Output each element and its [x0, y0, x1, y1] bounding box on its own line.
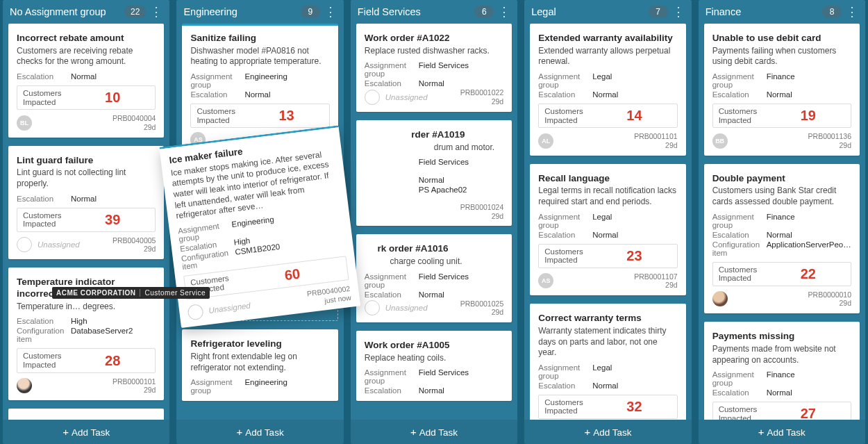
add-task-button[interactable]: +Add Task — [699, 420, 865, 444]
column-menu-icon[interactable]: ⋮ — [324, 7, 337, 17]
impact-value: 32 — [599, 399, 669, 415]
card-title: Unable to use debit card — [712, 33, 851, 44]
column-count-badge: 9 — [301, 6, 320, 18]
avatar[interactable]: AS — [190, 132, 206, 147]
task-card[interactable]: Unable to use debit card Payments failin… — [704, 24, 860, 156]
field-value: Normal — [767, 90, 792, 99]
column-header: Engineering 9 ⋮ — [176, 0, 343, 24]
task-card[interactable]: Extended warranty availability Extended … — [530, 24, 685, 156]
avatar[interactable]: AL — [538, 133, 553, 149]
column-count-badge: 6 — [474, 6, 494, 18]
impact-value: 28 — [77, 353, 148, 369]
field-value: PS Apache02 — [419, 186, 467, 202]
avatar[interactable] — [712, 291, 728, 306]
task-card[interactable]: Double payment Customers using Bank Star… — [704, 164, 860, 314]
field-value: Normal — [71, 72, 97, 81]
plus-icon: + — [410, 426, 417, 438]
card-desc: Payments made from website not appearing… — [712, 344, 851, 365]
field-value: Field Services — [419, 368, 469, 385]
brand-tooltip: ACME CORPORATION Customer Service — [52, 287, 210, 299]
avatar-unassigned[interactable] — [365, 300, 380, 315]
field-label: Escalation — [712, 90, 767, 99]
impact-box: Customers Impacted 22 — [712, 262, 851, 286]
field-label: Assignment group — [365, 272, 419, 289]
impact-label: Customers Impacted — [719, 107, 773, 124]
task-card[interactable]: Wheels tearing flooring — [8, 409, 164, 420]
impact-label: Customers Impacted — [23, 352, 77, 369]
card-title: Extended warranty availability — [538, 33, 677, 44]
column-title: Engineering — [183, 6, 296, 17]
field-value: Legal — [592, 72, 612, 89]
plus-icon: + — [758, 426, 765, 438]
column-menu-icon[interactable]: ⋮ — [846, 7, 858, 17]
card-desc: drum and motor. — [365, 142, 503, 154]
avatar[interactable] — [17, 378, 32, 393]
column-menu-icon[interactable]: ⋮ — [498, 7, 510, 17]
column-header: No Assignment group 22 ⋮ — [3, 0, 169, 24]
field-label: Configuration item — [17, 327, 71, 343]
add-task-button[interactable]: +Add Task — [176, 420, 343, 444]
avatar[interactable]: BL — [17, 115, 32, 131]
field-label: Assignment group — [538, 213, 592, 229]
field-label: Escalation — [538, 231, 592, 239]
card-meta: PRB004000429d — [112, 114, 156, 131]
impact-label: Customers Impacted — [544, 398, 599, 416]
impact-value: 10 — [77, 90, 148, 106]
card-desc: Replace heating coils. — [365, 353, 503, 364]
field-label: Escalation — [365, 79, 419, 88]
avatar[interactable]: AS — [538, 273, 553, 288]
unassigned-label: Unassigned — [37, 240, 107, 249]
impact-value: 23 — [599, 248, 669, 264]
task-card[interactable]: Work order #A1022 Replace rusted dishwas… — [356, 24, 512, 112]
column-count-badge: 22 — [124, 6, 146, 18]
task-card[interactable]: Refrigerator leveling Right front extend… — [182, 329, 337, 401]
add-task-button[interactable]: +Add Task — [351, 420, 517, 444]
avatar-unassigned[interactable] — [17, 237, 32, 252]
impact-box: Customers Impacted 14 — [538, 104, 677, 128]
field-value: Engineering — [244, 72, 287, 89]
task-card[interactable]: rder #A1019 drum and motor. Assignment g… — [356, 120, 512, 227]
task-card[interactable]: Work order #A1005 Replace heating coils.… — [356, 331, 512, 401]
impact-label: Customers Impacted — [23, 89, 77, 106]
impact-value: 22 — [773, 266, 844, 282]
field-value: Normal — [244, 90, 270, 99]
task-card[interactable]: Sanitize failing Dishwasher model #PA081… — [182, 24, 337, 153]
brand-name: ACME CORPORATION — [56, 289, 135, 297]
card-meta: PRB000001029d — [808, 290, 851, 308]
impact-value: 14 — [599, 108, 669, 124]
field-value: Finance — [767, 72, 795, 89]
card-meta: PRB000010129d — [112, 377, 156, 395]
impact-box: Customers Impacted 23 — [538, 244, 677, 268]
task-card[interactable]: Payments missing Payments made from webs… — [704, 322, 860, 420]
card-title: Payments missing — [712, 331, 851, 343]
add-task-button[interactable]: +Add Task — [3, 420, 169, 444]
column-title: Legal — [531, 6, 644, 17]
card-desc: Right front extendable leg on refrigerat… — [190, 352, 329, 373]
field-label: Configuration item — [712, 240, 767, 257]
card-desc: Replace rusted dishwasher racks. — [365, 46, 503, 57]
avatar-unassigned[interactable] — [365, 90, 380, 105]
impact-box: Customers Impacted 39 — [17, 208, 156, 232]
task-card[interactable]: Incorrect rebate amount Customers are re… — [8, 24, 164, 138]
field-value: Normal — [419, 386, 444, 395]
task-card[interactable]: Lint guard failure Lint guard is not col… — [8, 146, 164, 260]
column-menu-icon[interactable]: ⋮ — [150, 7, 162, 17]
field-label: Escalation — [538, 90, 592, 99]
field-value: Engineering — [244, 378, 287, 395]
card-meta: PRB000113629d — [808, 132, 851, 149]
task-card[interactable]: Correct warranty terms Warranty statemen… — [530, 304, 685, 420]
column-menu-icon[interactable]: ⋮ — [672, 7, 685, 17]
avatar[interactable]: BB — [712, 133, 728, 149]
field-value: High — [71, 317, 87, 325]
plus-icon: + — [62, 426, 69, 438]
card-title: Double payment — [712, 173, 851, 185]
card-title: Work order #A1022 — [365, 33, 503, 44]
add-task-button[interactable]: +Add Task — [524, 420, 691, 444]
field-label: Escalation — [190, 90, 244, 99]
field-value: Legal — [592, 363, 612, 380]
field-label: Assignment group — [190, 378, 244, 395]
task-card[interactable]: rk order #A1016 charge cooling unit. Ass… — [356, 234, 512, 322]
card-title: Recall language — [538, 173, 677, 185]
task-card[interactable]: Recall language Legal terms in recall no… — [530, 164, 685, 296]
impact-label: Customers Impacted — [719, 265, 773, 283]
